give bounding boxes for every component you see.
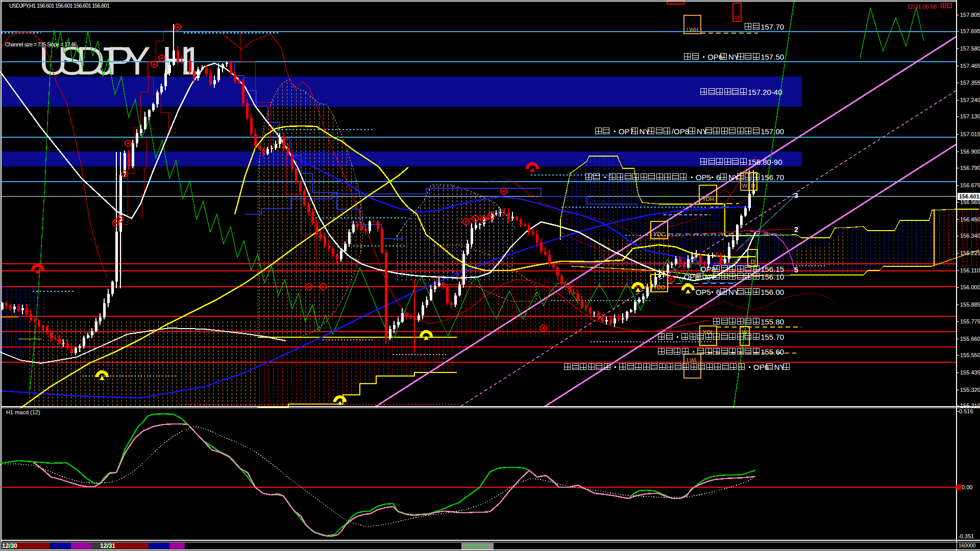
svg-text:157.465: 157.465 bbox=[960, 63, 980, 69]
svg-text:155.320: 155.320 bbox=[960, 387, 980, 393]
svg-text:OP5: OP5 bbox=[696, 173, 711, 182]
svg-text:157.70: 157.70 bbox=[761, 22, 784, 31]
svg-text:157.00: 157.00 bbox=[761, 127, 784, 136]
svg-text:157.130: 157.130 bbox=[960, 113, 980, 119]
svg-text:D: D bbox=[751, 183, 755, 189]
svg-text:156.000: 156.000 bbox=[960, 284, 980, 290]
svg-text:155.70: 155.70 bbox=[761, 333, 784, 341]
svg-text:2: 2 bbox=[794, 226, 798, 234]
svg-text:157.20-40: 157.20-40 bbox=[748, 88, 782, 96]
svg-text:155.885: 155.885 bbox=[960, 302, 980, 308]
svg-text:157.355: 157.355 bbox=[960, 80, 980, 86]
svg-text:YDL: YDL bbox=[703, 329, 714, 335]
svg-text:Channel size = 735 Slope = 17.: Channel size = 735 Slope = 17.46 bbox=[5, 41, 77, 47]
svg-text:-0.351: -0.351 bbox=[958, 533, 974, 539]
svg-text:156.900: 156.900 bbox=[960, 148, 980, 155]
svg-text:157.695: 157.695 bbox=[960, 28, 980, 34]
svg-text:155.80: 155.80 bbox=[761, 317, 784, 326]
svg-text:0.00: 0.00 bbox=[962, 484, 972, 490]
svg-text:156.225: 156.225 bbox=[960, 250, 980, 256]
svg-text:156.340: 156.340 bbox=[960, 233, 980, 239]
svg-text:156.601: 156.601 bbox=[959, 193, 979, 199]
svg-text:H1 macd (12): H1 macd (12) bbox=[6, 409, 40, 415]
svg-text:W: W bbox=[742, 183, 748, 189]
svg-text:155.660: 155.660 bbox=[960, 336, 980, 342]
svg-text:157.580: 157.580 bbox=[960, 45, 980, 52]
svg-text:156.70: 156.70 bbox=[761, 173, 784, 182]
svg-text:156.10: 156.10 bbox=[761, 272, 784, 281]
svg-text:macd ON: macd ON bbox=[463, 543, 487, 549]
svg-text:12/31: 12/31 bbox=[100, 542, 115, 549]
svg-text:157.240: 157.240 bbox=[960, 97, 980, 103]
svg-text:157.015: 157.015 bbox=[960, 131, 980, 137]
svg-text:156.110: 156.110 bbox=[960, 267, 980, 273]
svg-text:6: 6 bbox=[716, 173, 720, 182]
svg-text:155.60: 155.60 bbox=[761, 347, 784, 356]
svg-text:155.435: 155.435 bbox=[960, 369, 980, 375]
svg-text:156.790: 156.790 bbox=[960, 165, 980, 171]
svg-text:3: 3 bbox=[794, 191, 798, 199]
svg-text:0.516: 0.516 bbox=[959, 408, 973, 414]
svg-text:/OP8: /OP8 bbox=[672, 127, 689, 136]
svg-text:5: 5 bbox=[794, 266, 798, 274]
svg-text:157.50: 157.50 bbox=[761, 53, 784, 61]
svg-text:LWL: LWL bbox=[687, 357, 698, 363]
svg-text:OP5: OP5 bbox=[696, 288, 711, 296]
svg-text:156.80-90: 156.80-90 bbox=[748, 158, 782, 166]
svg-text:YDH: YDH bbox=[702, 196, 714, 202]
svg-text:156.675: 156.675 bbox=[960, 182, 980, 188]
svg-text:USDJPY,H1 156.601 156.601 156: USDJPY,H1 156.601 156.601 156.601 156.60… bbox=[9, 3, 110, 9]
svg-text:YDO: YDO bbox=[653, 284, 666, 290]
svg-text:M: M bbox=[734, 14, 739, 20]
svg-text:160000: 160000 bbox=[959, 543, 976, 548]
svg-text:6: 6 bbox=[716, 288, 720, 296]
svg-text:156.00: 156.00 bbox=[761, 288, 784, 296]
svg-text:156.450: 156.450 bbox=[960, 216, 980, 222]
svg-text:12/30: 12/30 bbox=[2, 542, 17, 549]
svg-text:155.550: 155.550 bbox=[960, 352, 980, 358]
svg-text:157.805: 157.805 bbox=[960, 12, 980, 18]
svg-text:155.775: 155.775 bbox=[960, 318, 980, 324]
svg-text:12/31 06:08: 12/31 06:08 bbox=[907, 4, 937, 10]
svg-text:YDC: YDC bbox=[653, 231, 665, 237]
svg-text:D: D bbox=[751, 259, 755, 265]
svg-text:LWH: LWH bbox=[687, 27, 699, 33]
